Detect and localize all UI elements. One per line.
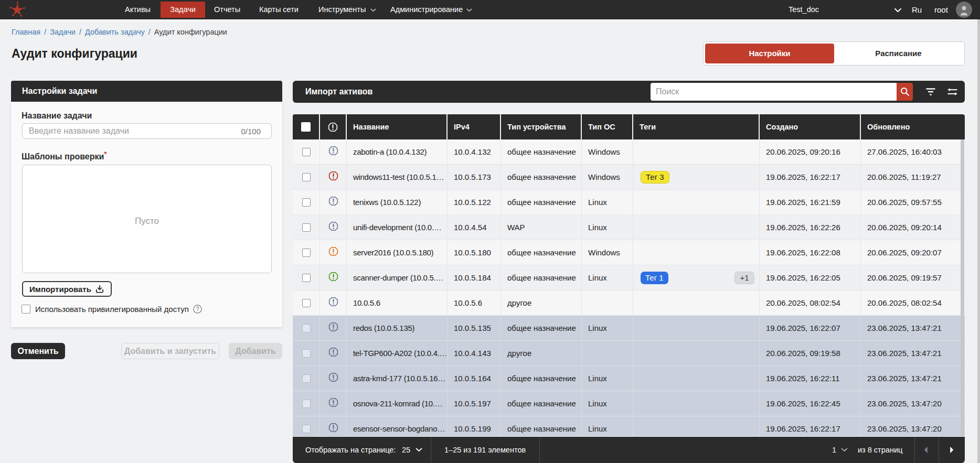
svg-text:?: ? bbox=[196, 306, 199, 312]
